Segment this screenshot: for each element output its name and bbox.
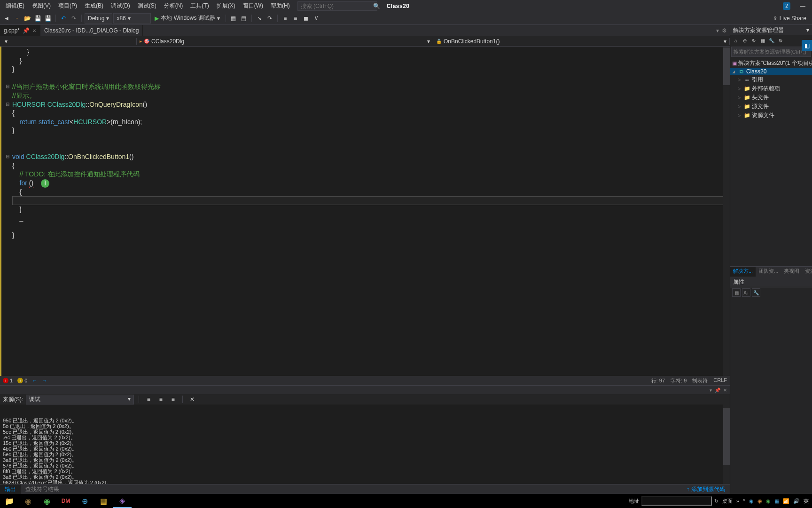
- crumb-method[interactable]: 🔒OnBnClickedButton1()▾: [433, 38, 730, 45]
- taskbar-explorer-icon[interactable]: 📁: [0, 494, 19, 508]
- tray-app-icon[interactable]: ◉: [765, 498, 772, 504]
- props-categorize-icon[interactable]: ▦: [732, 288, 741, 297]
- config-dropdown[interactable]: Debug▾: [85, 13, 112, 24]
- tray-app-icon[interactable]: ◉: [756, 498, 764, 504]
- panel-pin-icon[interactable]: 📌: [715, 388, 720, 393]
- platform-dropdown[interactable]: x86▾: [113, 13, 151, 24]
- expand-icon[interactable]: ▷: [738, 78, 742, 82]
- output-text[interactable]: 950 已退出，返回值为 2 (0x2)。5o 已退出，返回值为 2 (0x2)…: [0, 405, 730, 484]
- output-wrap-icon[interactable]: ≡: [156, 395, 165, 404]
- taskbar-vs-icon[interactable]: ◈: [113, 494, 132, 508]
- menu-window[interactable]: 窗口(W): [239, 0, 267, 11]
- new-file-icon[interactable]: ▫: [12, 14, 22, 23]
- global-search[interactable]: 🔍: [297, 1, 377, 11]
- rtab-resourceview[interactable]: 资源视图: [802, 267, 812, 277]
- tray-app-icon[interactable]: ▦: [773, 498, 781, 504]
- menu-edit[interactable]: 编辑(E): [2, 0, 28, 11]
- sln-sync-icon[interactable]: ↻: [750, 37, 757, 44]
- comment-icon[interactable]: //: [312, 14, 321, 23]
- tree-project-node[interactable]: ◢⧉Class20: [730, 68, 812, 75]
- tab-settings-icon[interactable]: ⚙: [722, 27, 727, 34]
- notification-badge[interactable]: 2: [783, 2, 790, 10]
- sln-properties-icon[interactable]: 🔧: [768, 37, 775, 44]
- nav-back-icon[interactable]: ◄: [2, 14, 11, 23]
- rtab-solution[interactable]: 解决方...: [730, 267, 756, 277]
- taskbar-notepad-icon[interactable]: ▦: [94, 494, 113, 508]
- sln-show-all-icon[interactable]: ▦: [759, 37, 766, 44]
- expand-icon[interactable]: ◢: [732, 70, 737, 74]
- tab-file-active[interactable]: g.cpp* 📌 ✕: [0, 25, 40, 36]
- search-input[interactable]: [301, 3, 371, 9]
- live-share-button[interactable]: ⇪ Live Share: [769, 15, 810, 22]
- step-over-icon[interactable]: ↷: [265, 14, 274, 23]
- taskbar-app-icon[interactable]: ◉: [19, 494, 38, 508]
- status-eol[interactable]: CRLF: [713, 377, 727, 384]
- outdent-icon[interactable]: ≡: [291, 14, 300, 23]
- redo-icon[interactable]: ↷: [69, 14, 78, 23]
- tree-headers-node[interactable]: ▷📁头文件: [736, 93, 812, 102]
- run-button[interactable]: ▶ 本地 Windows 调试器 ▾: [152, 13, 222, 23]
- taskbar-dm-icon[interactable]: DM: [56, 494, 75, 508]
- menu-view[interactable]: 视图(V): [28, 0, 55, 11]
- sln-home-icon[interactable]: ⌂: [732, 37, 740, 44]
- code-editor[interactable]: } }}⊟//当用户拖动最小化窗口时系统调用此函数取得光标//显示。⊟HCURS…: [0, 47, 730, 376]
- tray-app-icon[interactable]: ◉: [748, 498, 755, 504]
- pin-icon[interactable]: 📌: [23, 27, 30, 34]
- expand-icon[interactable]: ▷: [738, 87, 742, 91]
- output-clear-icon[interactable]: ≡: [144, 395, 153, 404]
- nav-prev-icon[interactable]: ←: [32, 378, 37, 383]
- tray-go-icon[interactable]: ↻: [713, 498, 720, 504]
- tray-network-icon[interactable]: 📶: [781, 498, 791, 504]
- sln-refresh-icon[interactable]: ↻: [777, 37, 784, 44]
- menu-analyze[interactable]: 分析(N): [160, 0, 187, 11]
- error-count[interactable]: !1: [3, 378, 13, 383]
- expand-icon[interactable]: ▷: [738, 113, 742, 118]
- expand-icon[interactable]: ▷: [738, 104, 742, 109]
- sln-collapse-icon[interactable]: ⊖: [741, 37, 749, 44]
- output-source-dropdown[interactable]: 调试▾: [26, 395, 134, 405]
- add-to-source-button[interactable]: ↑添加到源代码: [682, 485, 730, 493]
- menu-test[interactable]: 测试(S): [134, 0, 160, 11]
- tray-ime-label[interactable]: 英: [802, 498, 810, 505]
- minimize-button[interactable]: —: [800, 3, 805, 9]
- tab-file[interactable]: Class20.rc - IDD...0_DIALOG - Dialog: [40, 25, 143, 36]
- menu-extensions[interactable]: 扩展(X): [213, 0, 239, 11]
- save-all-icon[interactable]: 💾: [43, 14, 53, 23]
- tree-resources-node[interactable]: ▷📁资源文件: [736, 111, 812, 120]
- menu-build[interactable]: 生成(B): [81, 0, 107, 11]
- taskbar-browser-icon[interactable]: ◉: [38, 494, 56, 508]
- tree-solution-node[interactable]: ▣解决方案"Class20"(1 个项目/共 1 个): [730, 59, 812, 68]
- open-file-icon[interactable]: 📂: [23, 14, 32, 23]
- indent-icon[interactable]: ≡: [281, 14, 290, 23]
- menu-help[interactable]: 帮助(H): [267, 0, 294, 11]
- solution-search[interactable]: [731, 47, 811, 57]
- menu-project[interactable]: 项目(P): [55, 0, 81, 11]
- panel-close-icon[interactable]: ✕: [723, 388, 727, 393]
- chevron-down-icon[interactable]: ▾: [806, 27, 809, 33]
- tray-volume-icon[interactable]: 🔊: [792, 498, 801, 504]
- tb-btn-1[interactable]: ▦: [229, 14, 238, 23]
- address-input[interactable]: [641, 496, 712, 506]
- tree-references-node[interactable]: ▷▪▪引用: [736, 75, 812, 84]
- output-cancel-icon[interactable]: ✕: [187, 395, 197, 404]
- tray-desktop-label[interactable]: 桌面: [721, 498, 734, 505]
- props-pages-icon[interactable]: 🔧: [752, 288, 760, 297]
- side-dock-tab[interactable]: ◧: [802, 40, 812, 51]
- tray-chevron-icon[interactable]: »: [735, 498, 741, 504]
- menu-tools[interactable]: 工具(T): [187, 0, 212, 11]
- close-icon[interactable]: ✕: [32, 28, 36, 33]
- bottom-tab-find[interactable]: 查找符号结果: [21, 484, 64, 494]
- tb-btn-2[interactable]: ▤: [239, 14, 249, 23]
- nav-next-icon[interactable]: →: [42, 378, 47, 383]
- tab-overflow-icon[interactable]: ▾: [716, 27, 719, 34]
- props-alpha-icon[interactable]: A↓: [742, 288, 750, 297]
- rtab-classview[interactable]: 类视图: [781, 267, 802, 277]
- taskbar-app2-icon[interactable]: ⊕: [75, 494, 94, 508]
- output-scroll-icon[interactable]: ≡: [168, 395, 178, 404]
- crumb-class[interactable]: ▸🎯CClass20Dlg▾: [137, 38, 433, 45]
- tray-icon[interactable]: ^: [742, 498, 747, 504]
- bottom-tab-output[interactable]: 输出: [0, 484, 21, 494]
- warning-count[interactable]: !0: [17, 378, 27, 383]
- output-scrollbar[interactable]: [723, 405, 730, 484]
- expand-icon[interactable]: ▷: [738, 95, 742, 100]
